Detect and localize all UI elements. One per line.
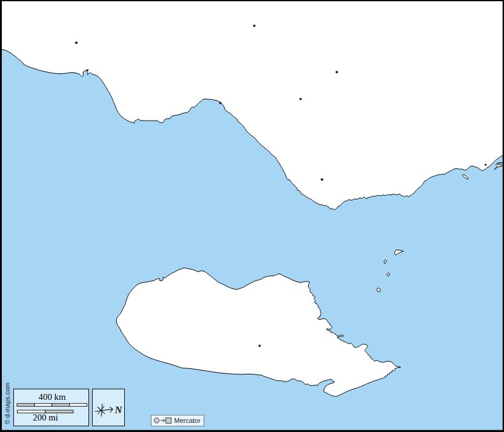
svg-text:© d-maps.com: © d-maps.com — [4, 382, 11, 424]
svg-text:N: N — [114, 404, 123, 416]
svg-text:Mercator: Mercator — [174, 417, 201, 424]
svg-text:200 mi: 200 mi — [33, 413, 58, 422]
svg-text:400 km: 400 km — [39, 392, 66, 402]
